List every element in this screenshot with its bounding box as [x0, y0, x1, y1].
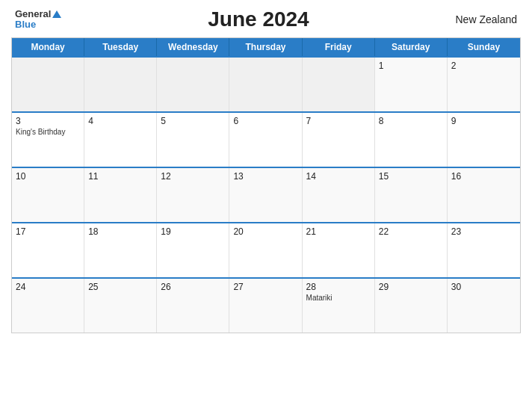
- logo-blue-text: Blue: [15, 19, 36, 30]
- day-cell: 9: [448, 113, 520, 167]
- calendar-grid: MondayTuesdayWednesdayThursdayFridaySatu…: [11, 37, 521, 333]
- day-number: 10: [16, 171, 80, 182]
- day-cell: [84, 58, 157, 111]
- day-number: 13: [233, 171, 297, 182]
- day-cell: 13: [229, 168, 302, 222]
- day-cell: 25: [84, 279, 157, 333]
- day-cell: 29: [375, 279, 448, 333]
- day-cell: 19: [157, 223, 229, 277]
- day-number: 8: [379, 116, 443, 126]
- day-cell: 26: [157, 279, 229, 333]
- day-cell: 3King's Birthday: [12, 113, 84, 167]
- day-header-friday: Friday: [303, 38, 375, 56]
- day-number: 5: [161, 116, 225, 126]
- day-cell: 5: [157, 113, 229, 167]
- day-cell: 4: [84, 113, 157, 167]
- day-header-thursday: Thursday: [229, 38, 302, 56]
- day-cell: [12, 58, 84, 111]
- day-number: 14: [306, 171, 371, 182]
- day-cell: [157, 58, 229, 111]
- day-header-wednesday: Wednesday: [157, 38, 229, 56]
- day-cell: 10: [12, 168, 84, 222]
- day-number: 17: [16, 226, 80, 237]
- day-cell: 22: [375, 223, 448, 277]
- month-title: June 2024: [208, 7, 309, 31]
- day-cell: 28Matariki: [303, 279, 375, 333]
- week-row-3: 10111213141516: [12, 167, 520, 222]
- day-number: 9: [451, 116, 516, 126]
- day-cell: 12: [157, 168, 229, 222]
- days-header: MondayTuesdayWednesdayThursdayFridaySatu…: [12, 38, 520, 56]
- logo: General Blue: [15, 9, 61, 31]
- calendar-header: General Blue June 2024 New Zealand: [11, 7, 521, 31]
- event-label: King's Birthday: [16, 128, 80, 136]
- day-number: 7: [306, 116, 371, 126]
- day-number: 30: [451, 282, 516, 292]
- day-number: 16: [451, 171, 516, 182]
- day-header-saturday: Saturday: [375, 38, 448, 56]
- day-cell: 16: [448, 168, 520, 222]
- day-number: 21: [306, 226, 371, 237]
- day-number: 2: [451, 61, 516, 71]
- day-cell: 1: [375, 58, 448, 111]
- day-number: 18: [88, 226, 152, 237]
- day-cell: 2: [448, 58, 520, 111]
- day-cell: [303, 58, 375, 111]
- day-cell: 15: [375, 168, 448, 222]
- day-number: 20: [233, 226, 297, 237]
- day-cell: 18: [84, 223, 157, 277]
- day-number: 26: [161, 282, 225, 292]
- day-number: 4: [88, 116, 152, 126]
- day-cell: 6: [229, 113, 302, 167]
- day-header-sunday: Sunday: [448, 38, 520, 56]
- day-number: 19: [161, 226, 225, 237]
- weeks-container: 123King's Birthday4567891011121314151617…: [12, 56, 520, 333]
- day-cell: 24: [12, 279, 84, 333]
- logo-general-text: General: [15, 9, 61, 19]
- day-number: 24: [16, 282, 80, 292]
- day-cell: 20: [229, 223, 302, 277]
- day-cell: 8: [375, 113, 448, 167]
- day-number: 23: [451, 226, 516, 237]
- day-number: 6: [233, 116, 297, 126]
- day-number: 25: [88, 282, 152, 292]
- day-cell: 27: [229, 279, 302, 333]
- day-number: 3: [16, 116, 80, 126]
- week-row-1: 12: [12, 56, 520, 111]
- day-number: 29: [379, 282, 443, 292]
- day-cell: 14: [303, 168, 375, 222]
- day-cell: 30: [448, 279, 520, 333]
- day-number: 1: [379, 61, 443, 71]
- day-number: 12: [161, 171, 225, 182]
- week-row-2: 3King's Birthday456789: [12, 111, 520, 167]
- calendar-wrapper: General Blue June 2024 New Zealand Monda…: [0, 0, 532, 411]
- day-number: 22: [379, 226, 443, 237]
- day-number: 15: [379, 171, 443, 182]
- week-row-5: 2425262728Matariki2930: [12, 277, 520, 333]
- day-number: 27: [233, 282, 297, 292]
- day-number: 28: [306, 282, 371, 292]
- day-cell: 11: [84, 168, 157, 222]
- day-header-monday: Monday: [12, 38, 84, 56]
- day-cell: [229, 58, 302, 111]
- day-cell: 23: [448, 223, 520, 277]
- week-row-4: 17181920212223: [12, 222, 520, 277]
- country-label: New Zealand: [456, 13, 518, 25]
- day-number: 11: [88, 171, 152, 182]
- day-header-tuesday: Tuesday: [84, 38, 157, 56]
- day-cell: 21: [303, 223, 375, 277]
- day-cell: 17: [12, 223, 84, 277]
- logo-triangle-icon: [52, 10, 61, 18]
- event-label: Matariki: [306, 294, 371, 302]
- day-cell: 7: [303, 113, 375, 167]
